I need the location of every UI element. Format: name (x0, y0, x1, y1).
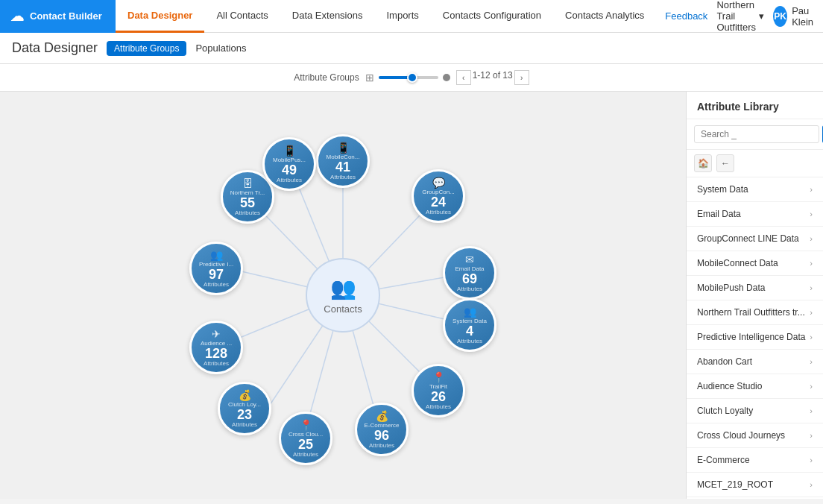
page-next-btn[interactable]: › (514, 70, 529, 85)
attr-library-panel: Attribute Library 🔍 🏠 ← System Data›Emai… (686, 92, 823, 499)
populations-link[interactable]: Populations (195, 42, 246, 54)
node-mobilecon[interactable]: 📱 MobileCon... 41 Attributes (316, 134, 370, 188)
contacts-label: Contacts (324, 303, 362, 315)
attr-list-item[interactable]: Email Data› (687, 202, 823, 227)
northern-count: 55 (240, 196, 255, 210)
mobilecon-icon: 📱 (337, 142, 350, 154)
clutch-count: 23 (237, 408, 252, 421)
attr-item-label: E-Commerce (697, 455, 750, 465)
chevron-right-icon: › (810, 357, 813, 366)
node-cross-cloud[interactable]: 📍 Cross Clou... 25 Attributes (279, 412, 332, 465)
attr-list-item[interactable]: Cross Cloud Journeys› (687, 423, 823, 448)
predictive-attr: Attributes (204, 281, 229, 288)
attribute-groups-badge[interactable]: Attribute Groups (107, 41, 186, 56)
attr-item-label: Abandon Cart (697, 356, 752, 367)
node-email-data[interactable]: ✉ Email Data 69 Attributes (443, 246, 496, 300)
chevron-right-icon: › (810, 210, 813, 218)
node-ecommerce[interactable]: 💰 E-Commerce 96 Attributes (355, 403, 409, 456)
slider-dot (443, 74, 450, 81)
groupcon-icon: 💬 (432, 177, 445, 189)
attr-item-label: GroupConnect LINE Data (697, 233, 799, 244)
top-nav: ☁ Contact Builder Data Designer All Cont… (0, 0, 823, 33)
center-contacts-node: 👥 Contacts (306, 258, 380, 333)
audience-count: 128 (205, 347, 227, 360)
attr-list-item[interactable]: Northern Trail Outfitters tr...› (687, 300, 823, 325)
attr-list-item[interactable]: Purchase› (687, 497, 823, 499)
attr-list-item[interactable]: Clutch Loyalty› (687, 399, 823, 423)
attr-list-item[interactable]: E-Commerce› (687, 448, 823, 473)
node-system-data[interactable]: 👥 System Data 4 Attributes (443, 298, 496, 352)
attr-item-label: MobilePush Data (697, 283, 765, 293)
app-logo[interactable]: ☁ Contact Builder (0, 0, 116, 33)
attr-list-item[interactable]: Abandon Cart› (687, 350, 823, 374)
chevron-right-icon: › (810, 456, 813, 464)
attr-item-label: Northern Trail Outfitters tr... (697, 307, 805, 318)
system-count: 4 (466, 324, 473, 338)
attr-list-item[interactable]: GroupConnect LINE Data› (687, 227, 823, 251)
crosscloud-attr: Attributes (293, 451, 318, 458)
page-prev-btn[interactable]: ‹ (456, 70, 471, 85)
northern-attr: Attributes (235, 210, 260, 216)
contacts-icon: 👥 (330, 276, 356, 300)
feedback-link[interactable]: Feedback (665, 10, 707, 22)
diagram-area: 👥 Contacts 📱 MobileCon... 41 Attributes … (0, 92, 686, 499)
node-audience[interactable]: ✈ Audience ... 128 Attributes (189, 321, 243, 374)
northern-icon: 🗄 (242, 177, 253, 189)
crosscloud-count: 25 (298, 438, 313, 451)
org-dropdown-icon: ▾ (759, 10, 764, 22)
attr-list-item[interactable]: MobileConnect Data› (687, 251, 823, 276)
attr-list-item[interactable]: Audience Studio› (687, 374, 823, 399)
trailfit-attr: Attributes (426, 403, 451, 410)
ecommerce-icon: 💰 (376, 410, 388, 422)
zoom-slider[interactable] (379, 76, 438, 79)
attr-list-item[interactable]: Predictive Intelligence Data› (687, 325, 823, 350)
node-trailfit[interactable]: 📍 TrailFit 26 Attributes (412, 364, 465, 418)
chevron-right-icon: › (810, 431, 813, 440)
attr-item-label: Clutch Loyalty (697, 406, 753, 416)
diagram-wrapper: 👥 Contacts 📱 MobileCon... 41 Attributes … (149, 116, 537, 474)
chevron-right-icon: › (810, 406, 813, 415)
node-clutch[interactable]: 💰 Clutch Loy... 23 Attributes (218, 382, 271, 435)
back-icon-btn[interactable]: ← (716, 154, 734, 172)
attr-bar-label: Attribute Groups (294, 72, 359, 83)
groupcon-attr: Attributes (426, 209, 451, 215)
node-groupcon[interactable]: 💬 GroupCon... 24 Attributes (412, 169, 465, 223)
chevron-right-icon: › (810, 185, 813, 194)
org-selector[interactable]: Northern Trail Outfitters ▾ (716, 0, 764, 33)
attr-list-item[interactable]: MobilePush Data› (687, 276, 823, 300)
predictive-count: 97 (209, 268, 224, 281)
search-input[interactable] (694, 125, 819, 143)
node-predictive[interactable]: 👥 Predictive I... 97 Attributes (189, 242, 243, 295)
tab-contacts-config[interactable]: Contacts Configuration (431, 0, 553, 33)
search-bar: 🔍 (687, 119, 823, 150)
home-icon-btn[interactable]: 🏠 (694, 154, 712, 172)
attr-item-label: Cross Cloud Journeys (697, 430, 785, 441)
user-name: Pau Klein (792, 5, 820, 28)
mobilecon-attr: Attributes (330, 174, 356, 180)
tab-imports[interactable]: Imports (374, 0, 430, 33)
attr-item-label: Audience Studio (697, 381, 762, 391)
breadcrumb-nav: 🏠 ← (687, 150, 823, 177)
mobilepush-count: 49 (282, 163, 297, 177)
chevron-right-icon: › (810, 308, 813, 317)
tab-all-contacts[interactable]: All Contacts (204, 0, 280, 33)
user-info[interactable]: PK Pau Klein ▾ (773, 5, 823, 28)
tab-data-designer[interactable]: Data Designer (116, 0, 204, 33)
audience-attr: Attributes (204, 360, 229, 367)
node-mobilepush[interactable]: 📱 MobilePus... 49 Attributes (262, 137, 316, 191)
audience-icon: ✈ (212, 328, 221, 340)
attr-list-item[interactable]: MCET_219_ROOT› (687, 473, 823, 497)
clutch-attr: Attributes (232, 421, 257, 428)
tab-data-extensions[interactable]: Data Extensions (280, 0, 375, 33)
sub-header: Data Designer Attribute Groups Populatio… (0, 33, 823, 64)
chevron-right-icon: › (810, 382, 813, 391)
trailfit-icon: 📍 (432, 371, 445, 383)
chevron-right-icon: › (810, 259, 813, 268)
attr-item-label: MobileConnect Data (697, 258, 778, 268)
attr-list-item[interactable]: System Data› (687, 177, 823, 202)
email-attr: Attributes (457, 286, 482, 292)
slider-container: ⊞ (365, 72, 450, 84)
tab-contacts-analytics[interactable]: Contacts Analytics (553, 0, 656, 33)
attr-item-label: MCET_219_ROOT (697, 479, 773, 490)
crosscloud-icon: 📍 (300, 419, 312, 431)
